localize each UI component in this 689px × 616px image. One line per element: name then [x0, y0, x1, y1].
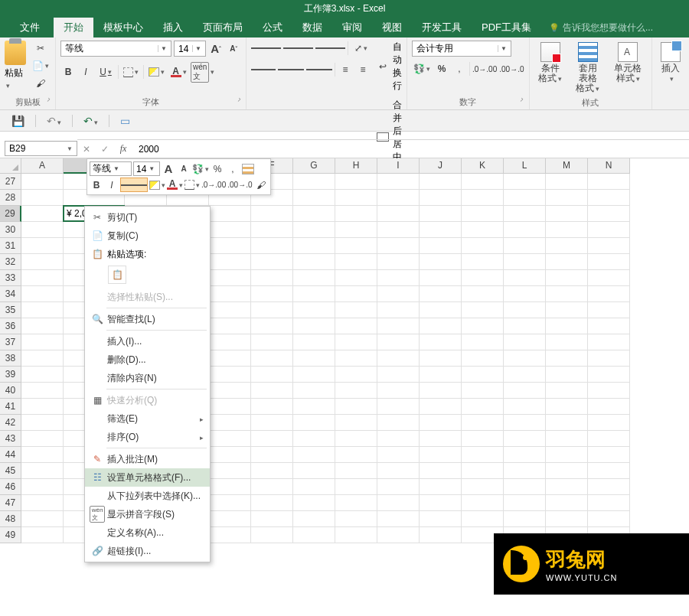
- row-header-43[interactable]: 43: [0, 431, 21, 447]
- cell-J44[interactable]: [420, 447, 462, 463]
- cell-M48[interactable]: [546, 511, 588, 527]
- cell-G32[interactable]: [293, 254, 335, 270]
- cell-M40[interactable]: [546, 383, 588, 399]
- tab-dev[interactable]: 开发工具: [412, 18, 472, 37]
- cell-E32[interactable]: [209, 254, 251, 270]
- ctx-smart-lookup[interactable]: 🔍智能查找(L): [85, 310, 210, 328]
- row-header-47[interactable]: 47: [0, 495, 21, 511]
- cell-A27[interactable]: [21, 174, 64, 190]
- row-header-32[interactable]: 32: [0, 254, 21, 270]
- cell-G46[interactable]: [293, 479, 335, 495]
- ctx-format-cells[interactable]: ☷设置单元格格式(F)...: [85, 468, 210, 487]
- cell-M42[interactable]: [546, 415, 588, 431]
- cell-K27[interactable]: [462, 174, 504, 190]
- wrap-text-button[interactable]: [375, 59, 390, 74]
- cell-I47[interactable]: [377, 495, 420, 511]
- cell-N42[interactable]: [588, 415, 630, 431]
- cell-E49[interactable]: [209, 527, 251, 543]
- cell-E42[interactable]: [209, 415, 251, 431]
- col-header-H[interactable]: H: [335, 158, 377, 174]
- row-header-41[interactable]: 41: [0, 399, 21, 415]
- cell-N48[interactable]: [588, 511, 630, 527]
- cell-L45[interactable]: [504, 463, 546, 479]
- cell-E37[interactable]: [209, 334, 251, 350]
- increase-indent-button[interactable]: [355, 62, 371, 77]
- mini-dec-decimal[interactable]: .00→.0: [227, 178, 252, 192]
- paste-button[interactable]: 粘贴: [5, 41, 26, 90]
- row-header-28[interactable]: 28: [0, 190, 21, 206]
- cell-L34[interactable]: [504, 286, 546, 302]
- cell-E43[interactable]: [209, 431, 251, 447]
- cell-F43[interactable]: [251, 431, 293, 447]
- cell-K45[interactable]: [462, 463, 504, 479]
- mini-font-combo[interactable]: 等线▼: [90, 161, 132, 176]
- mini-currency-button[interactable]: 💱: [192, 161, 209, 176]
- cell-K41[interactable]: [462, 399, 504, 415]
- ctx-filter[interactable]: 筛选(E): [85, 409, 210, 428]
- tab-data[interactable]: 数据: [292, 18, 332, 37]
- cell-K33[interactable]: [462, 270, 504, 286]
- cell-I31[interactable]: [377, 238, 420, 254]
- row-header-35[interactable]: 35: [0, 302, 21, 318]
- cell-M36[interactable]: [546, 318, 588, 334]
- mini-format-painter[interactable]: [254, 178, 268, 192]
- cell-L40[interactable]: [504, 383, 546, 399]
- cell-H31[interactable]: [335, 238, 377, 254]
- cell-I44[interactable]: [377, 447, 420, 463]
- cell-F31[interactable]: [251, 238, 293, 254]
- align-right-button[interactable]: [306, 62, 332, 77]
- cell-J31[interactable]: [420, 238, 462, 254]
- cell-I33[interactable]: [377, 270, 420, 286]
- cell-G48[interactable]: [293, 511, 335, 527]
- cell-J47[interactable]: [420, 495, 462, 511]
- cell-J45[interactable]: [420, 463, 462, 479]
- row-header-33[interactable]: 33: [0, 270, 21, 286]
- mini-fill-color-button[interactable]: [149, 178, 165, 192]
- col-header-K[interactable]: K: [462, 158, 504, 174]
- cell-A28[interactable]: [21, 190, 64, 206]
- mini-align-center-button[interactable]: [120, 178, 148, 192]
- col-header-M[interactable]: M: [546, 158, 588, 174]
- mini-comma-button[interactable]: ,: [226, 161, 240, 176]
- undo-button[interactable]: ↶: [83, 115, 98, 127]
- cell-J43[interactable]: [420, 431, 462, 447]
- ctx-copy[interactable]: 复制(C): [85, 227, 210, 245]
- percent-button[interactable]: [434, 61, 449, 77]
- cell-L30[interactable]: [504, 222, 546, 238]
- font-name-combo[interactable]: 等线▼: [60, 41, 171, 57]
- ctx-delete[interactable]: 删除(D)...: [85, 350, 210, 369]
- cell-N37[interactable]: [588, 334, 630, 350]
- cell-M43[interactable]: [546, 431, 588, 447]
- cell-F40[interactable]: [251, 383, 293, 399]
- row-header-37[interactable]: 37: [0, 334, 21, 350]
- cell-E40[interactable]: [209, 383, 251, 399]
- cell-F32[interactable]: [251, 254, 293, 270]
- cell-H40[interactable]: [335, 383, 377, 399]
- cell-F37[interactable]: [251, 334, 293, 350]
- cell-M45[interactable]: [546, 463, 588, 479]
- cell-K46[interactable]: [462, 479, 504, 495]
- cell-H33[interactable]: [335, 270, 377, 286]
- ctx-comment[interactable]: ✎插入批注(M): [85, 450, 210, 468]
- cell-I35[interactable]: [377, 302, 420, 318]
- cell-N27[interactable]: [588, 174, 630, 190]
- cell-J27[interactable]: [420, 174, 462, 190]
- cell-L31[interactable]: [504, 238, 546, 254]
- cell-H49[interactable]: [335, 527, 377, 543]
- cell-E39[interactable]: [209, 367, 251, 383]
- cell-E34[interactable]: [209, 286, 251, 302]
- insert-cells-button[interactable]: 插入: [657, 41, 684, 86]
- row-header-36[interactable]: 36: [0, 318, 21, 334]
- cell-M38[interactable]: [546, 350, 588, 367]
- cell-M30[interactable]: [546, 222, 588, 238]
- tab-view[interactable]: 视图: [372, 18, 412, 37]
- cell-G43[interactable]: [293, 431, 335, 447]
- conditional-formatting-button[interactable]: 条件格式: [534, 41, 567, 86]
- cell-G36[interactable]: [293, 318, 335, 334]
- cell-I43[interactable]: [377, 431, 420, 447]
- cell-G29[interactable]: [293, 206, 335, 222]
- cell-N44[interactable]: [588, 447, 630, 463]
- cell-A47[interactable]: [21, 495, 64, 511]
- cell-A44[interactable]: [21, 447, 64, 463]
- cell-M33[interactable]: [546, 270, 588, 286]
